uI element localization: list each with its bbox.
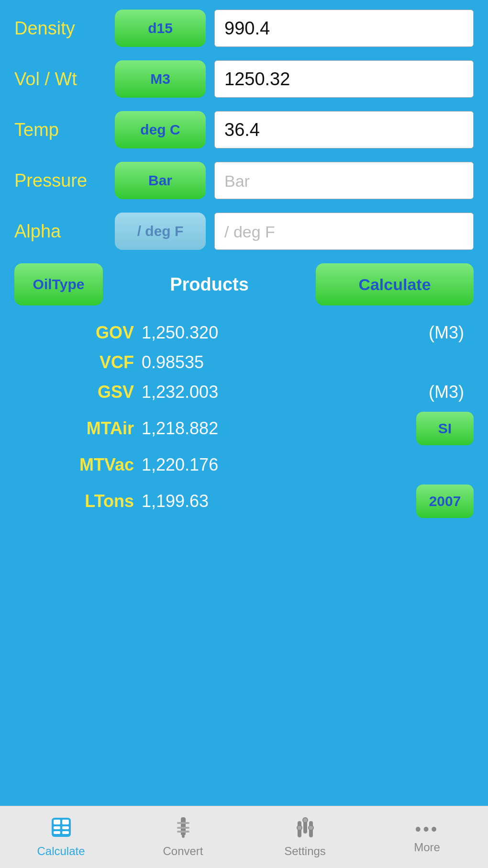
svg-rect-10 xyxy=(177,831,189,833)
calculate-tab-icon xyxy=(50,816,72,842)
svg-rect-2 xyxy=(62,820,69,824)
vol-wt-row: Vol / Wt M3 xyxy=(14,60,474,98)
oil-type-button[interactable]: OilType xyxy=(14,263,103,305)
svg-rect-1 xyxy=(54,820,60,824)
density-row: Density d15 xyxy=(14,10,474,47)
vol-wt-unit-btn[interactable]: M3 xyxy=(115,60,206,98)
vcf-value: 0.98535 xyxy=(142,352,474,372)
mtair-row: MTAir 1,218.882 SI xyxy=(14,412,474,445)
products-label: Products xyxy=(112,274,306,295)
svg-rect-6 xyxy=(62,831,69,834)
vcf-row: VCF 0.98535 xyxy=(14,352,474,372)
mtair-label: MTAir xyxy=(57,418,134,439)
vcf-label: VCF xyxy=(57,352,134,372)
alpha-unit-btn[interactable]: / deg F xyxy=(115,213,206,250)
tab-settings[interactable]: Settings xyxy=(244,806,366,868)
settings-tab-icon xyxy=(294,816,316,842)
si-button[interactable]: SI xyxy=(416,412,474,445)
gsv-unit: (M3) xyxy=(429,382,464,402)
calculate-tab-label: Calculate xyxy=(37,845,85,858)
tab-more[interactable]: ••• More xyxy=(366,806,488,868)
pressure-label: Pressure xyxy=(14,170,115,191)
tab-bar: Calculate Convert Setting xyxy=(0,806,488,868)
density-label: Density xyxy=(14,18,115,39)
svg-point-11 xyxy=(182,835,185,838)
density-unit-btn[interactable]: d15 xyxy=(115,10,206,47)
info-icon[interactable]: i xyxy=(19,348,43,372)
alpha-label: Alpha xyxy=(14,221,115,242)
density-input[interactable] xyxy=(214,10,474,47)
gov-label: GOV xyxy=(57,323,134,343)
svg-point-17 xyxy=(309,825,313,830)
temp-input[interactable] xyxy=(214,111,474,148)
pressure-row: Pressure Bar xyxy=(14,162,474,199)
gov-row: GOV 1,250.320 (M3) xyxy=(14,323,474,343)
tab-convert[interactable]: Convert xyxy=(122,806,244,868)
gsv-value: 1,232.003 xyxy=(142,382,424,402)
gov-value: 1,250.320 xyxy=(142,323,424,343)
action-row: OilType Products Calculate xyxy=(14,263,474,305)
more-tab-icon: ••• xyxy=(415,821,439,838)
pressure-unit-btn[interactable]: Bar xyxy=(115,162,206,199)
convert-tab-label: Convert xyxy=(163,845,203,858)
mtvac-label: MTVac xyxy=(57,455,134,475)
gsv-row: GSV 1,232.003 (M3) xyxy=(14,382,474,402)
settings-tab-label: Settings xyxy=(284,845,326,858)
ltons-value: 1,199.63 xyxy=(142,491,416,511)
gov-unit: (M3) xyxy=(429,323,464,343)
alpha-input[interactable] xyxy=(214,213,474,250)
temp-label: Temp xyxy=(14,120,115,140)
mtair-value: 1,218.882 xyxy=(142,418,416,439)
results-section: i GOV 1,250.320 (M3) VCF 0.98535 GSV 1,2… xyxy=(14,323,474,518)
temp-row: Temp deg C xyxy=(14,111,474,148)
more-tab-label: More xyxy=(414,841,440,854)
calculate-button[interactable]: Calculate xyxy=(316,263,474,305)
svg-rect-4 xyxy=(62,826,69,829)
main-content: Density d15 Vol / Wt M3 Temp deg C Press… xyxy=(0,0,488,806)
convert-tab-icon xyxy=(172,816,194,842)
tab-calculate[interactable]: Calculate xyxy=(0,806,122,868)
svg-rect-3 xyxy=(54,826,60,829)
mtvac-row: MTVac 1,220.176 xyxy=(14,455,474,475)
mtvac-value: 1,220.176 xyxy=(142,455,474,475)
ltons-label: LTons xyxy=(57,491,134,511)
svg-rect-7 xyxy=(181,817,186,835)
svg-rect-8 xyxy=(177,822,189,824)
gsv-label: GSV xyxy=(57,382,134,402)
temp-unit-btn[interactable]: deg C xyxy=(115,111,206,148)
pressure-input[interactable] xyxy=(214,162,474,199)
svg-point-15 xyxy=(303,818,308,823)
vol-wt-label: Vol / Wt xyxy=(14,69,115,90)
svg-rect-5 xyxy=(54,831,60,834)
year-button[interactable]: 2007 xyxy=(416,485,474,518)
svg-point-16 xyxy=(297,825,302,830)
alpha-row: Alpha / deg F xyxy=(14,213,474,250)
ltons-row: LTons 1,199.63 2007 xyxy=(14,485,474,518)
vol-wt-input[interactable] xyxy=(214,60,474,98)
svg-rect-9 xyxy=(177,827,189,829)
